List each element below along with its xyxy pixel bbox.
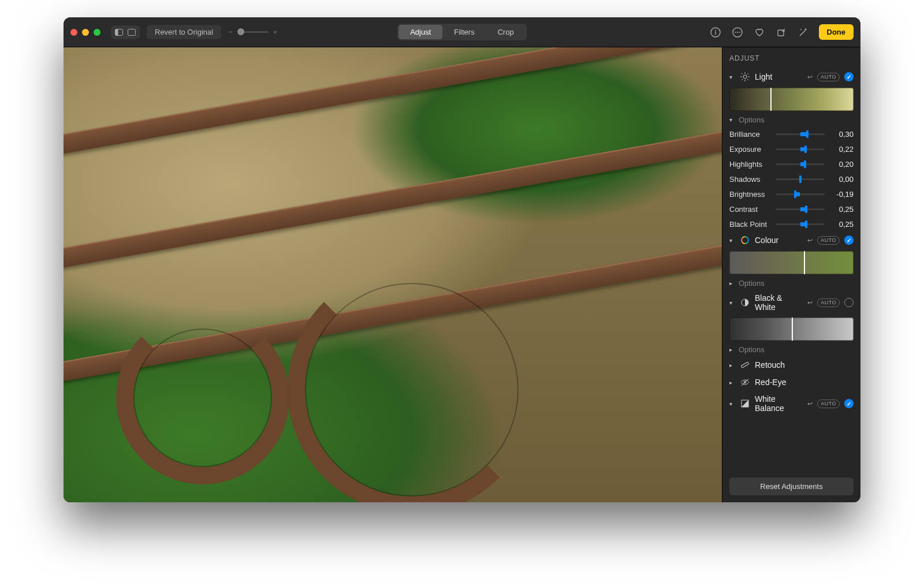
param-label: Highlights — [729, 160, 771, 169]
sidebar-toggle-segment[interactable] — [111, 25, 140, 39]
param-slider[interactable] — [776, 219, 825, 229]
section-colour-title: Colour — [755, 236, 803, 245]
more-icon[interactable] — [731, 26, 744, 39]
bw-enabled-badge[interactable] — [844, 298, 854, 307]
toolbar: Revert to Original − + Adjust Filters Cr… — [64, 17, 860, 47]
minimize-window-button[interactable] — [82, 29, 89, 36]
param-slider[interactable] — [776, 159, 825, 169]
param-value: 0,25 — [829, 205, 854, 214]
undo-light-icon[interactable]: ↩ — [807, 73, 813, 81]
done-button[interactable]: Done — [819, 24, 854, 40]
chevron-right-icon: ▸ — [729, 280, 735, 286]
sidebar-left-icon — [113, 27, 125, 38]
svg-point-20 — [742, 237, 748, 244]
window-controls — [70, 29, 100, 36]
param-label: Brightness — [729, 190, 771, 199]
undo-bw-icon[interactable]: ↩ — [807, 299, 813, 307]
colour-options-toggle[interactable]: ▸ Options — [729, 278, 854, 290]
section-bw-header[interactable]: ▾ Black & White ↩ AUTO — [729, 290, 854, 315]
options-label: Options — [739, 279, 765, 288]
options-label: Options — [739, 345, 765, 354]
svg-rect-2 — [128, 29, 136, 35]
section-retouch-header[interactable]: ▸ Retouch — [729, 356, 854, 374]
section-colour-header[interactable]: ▾ Colour ↩ AUTO ✓ — [729, 232, 854, 249]
section-wb-header[interactable]: ▾ White Balance ↩ AUTO ✓ — [729, 391, 854, 416]
zoom-window-button[interactable] — [94, 29, 100, 36]
chevron-down-icon: ▾ — [729, 300, 735, 306]
param-slider[interactable] — [776, 189, 825, 199]
svg-line-19 — [742, 79, 743, 80]
wb-enabled-badge[interactable]: ✓ — [844, 399, 854, 408]
chevron-down-icon: ▾ — [729, 74, 735, 80]
reset-adjustments-button[interactable]: Reset Adjustments — [729, 477, 854, 495]
rotate-icon[interactable] — [775, 26, 788, 39]
colour-enabled-badge[interactable]: ✓ — [844, 236, 854, 245]
section-retouch-title: Retouch — [755, 360, 854, 369]
param-label: Black Point — [729, 220, 771, 229]
svg-point-8 — [737, 32, 738, 33]
svg-point-9 — [739, 32, 740, 33]
sidebar-title: ADJUST — [729, 47, 854, 68]
light-thumbstrip[interactable] — [729, 88, 854, 111]
chevron-right-icon: ▸ — [729, 362, 735, 368]
param-slider[interactable] — [776, 174, 825, 184]
zoom-track[interactable] — [237, 31, 269, 33]
chevron-right-icon: ▸ — [729, 379, 735, 386]
toolbar-right: Done — [709, 24, 854, 40]
svg-rect-22 — [741, 362, 749, 368]
light-options-toggle[interactable]: ▾ Options — [729, 114, 854, 126]
tab-adjust[interactable]: Adjust — [398, 25, 442, 39]
auto-bw-button[interactable]: AUTO — [817, 298, 840, 307]
bandage-icon — [740, 360, 750, 370]
bw-options-toggle[interactable]: ▸ Options — [729, 344, 854, 356]
section-redeye-header[interactable]: ▸ Red-Eye — [729, 374, 854, 391]
svg-point-11 — [743, 75, 747, 79]
light-enabled-badge[interactable]: ✓ — [844, 72, 854, 81]
param-value: 0,30 — [829, 130, 854, 139]
auto-light-button[interactable]: AUTO — [817, 73, 840, 81]
options-label: Options — [739, 115, 765, 124]
light-param-row: Brightness-0,19 — [729, 186, 854, 201]
section-light-title: Light — [755, 72, 803, 81]
section-light-header[interactable]: ▾ Light ↩ AUTO ✓ — [729, 68, 854, 85]
svg-rect-1 — [116, 29, 118, 35]
bw-thumbstrip[interactable] — [729, 318, 854, 341]
svg-line-16 — [742, 73, 743, 74]
auto-colour-button[interactable]: AUTO — [817, 236, 840, 245]
photos-edit-window: Revert to Original − + Adjust Filters Cr… — [64, 17, 860, 502]
sidebar-right-icon — [125, 27, 138, 38]
param-label: Brilliance — [729, 130, 771, 139]
param-slider[interactable] — [776, 129, 825, 139]
photo-canvas[interactable] — [64, 47, 722, 502]
adjust-sidebar: ADJUST ▾ Light ↩ AUTO ✓ ▾ Options — [722, 47, 860, 502]
param-value: 0,25 — [829, 220, 854, 229]
auto-wb-button[interactable]: AUTO — [817, 400, 840, 408]
undo-wb-icon[interactable]: ↩ — [807, 400, 813, 408]
svg-line-17 — [747, 79, 748, 80]
chevron-down-icon: ▾ — [729, 237, 735, 244]
undo-colour-icon[interactable]: ↩ — [807, 237, 813, 244]
zoom-minus-icon: − — [228, 28, 233, 36]
tab-filters[interactable]: Filters — [442, 25, 486, 39]
favorite-icon[interactable] — [753, 26, 766, 39]
section-redeye-title: Red-Eye — [755, 378, 854, 387]
light-param-row: Exposure0,22 — [729, 141, 854, 156]
param-value: 0,20 — [829, 160, 854, 169]
light-param-row: Highlights0,20 — [729, 156, 854, 171]
photo-image — [64, 47, 722, 502]
param-slider[interactable] — [776, 144, 825, 154]
svg-point-4 — [715, 29, 716, 31]
enhance-icon[interactable] — [797, 26, 810, 39]
tab-crop[interactable]: Crop — [486, 25, 526, 39]
colour-thumbstrip[interactable] — [729, 251, 854, 274]
info-icon[interactable] — [709, 26, 722, 39]
param-slider[interactable] — [776, 204, 825, 214]
light-param-row: Contrast0,25 — [729, 201, 854, 217]
chevron-right-icon: ▸ — [729, 346, 735, 353]
sun-icon — [740, 72, 750, 82]
triangle-square-icon — [740, 398, 750, 409]
revert-to-original-button[interactable]: Revert to Original — [147, 25, 221, 39]
close-window-button[interactable] — [70, 29, 77, 36]
zoom-slider[interactable]: − + — [228, 28, 277, 36]
colour-ring-icon — [740, 235, 750, 245]
